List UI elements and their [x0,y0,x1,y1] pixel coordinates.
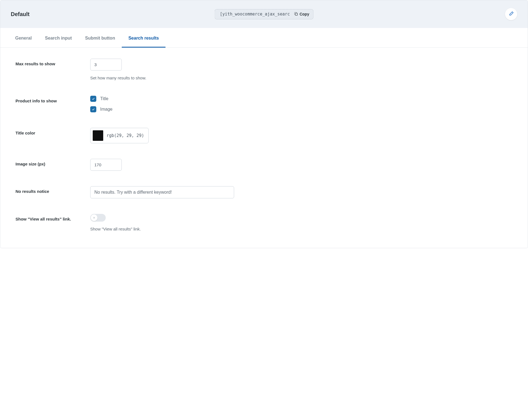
panel-header: Default [yith_woocommerce_ajax_searc Cop… [0,0,528,28]
check-label-image: Image [100,107,112,112]
image-size-input[interactable] [90,159,122,171]
pencil-icon [508,11,514,17]
label-title-color: Title color [15,128,90,135]
max-results-input[interactable] [90,59,122,71]
toggle-knob [91,214,97,221]
copy-button[interactable]: Copy [294,12,309,17]
check-row-image: Image [90,106,513,112]
copy-icon [294,12,298,17]
row-no-results: No results notice [15,186,513,198]
row-max-results: Max results to show Set how many results… [15,59,513,80]
color-field: rgb(29, 29, 29) [90,128,149,143]
settings-panel: Default [yith_woocommerce_ajax_searc Cop… [0,0,528,248]
row-product-info: Product info to show Title Image [15,96,513,112]
label-no-results: No results notice [15,186,90,194]
help-view-all: Show "View all results" link. [90,227,513,231]
checkbox-image[interactable] [90,106,96,112]
check-row-title: Title [90,96,513,102]
tab-search-results[interactable]: Search results [122,30,165,48]
row-title-color: Title color rgb(29, 29, 29) [15,128,513,143]
label-max-results: Max results to show [15,59,90,66]
checkbox-title[interactable] [90,96,96,102]
tab-submit-button[interactable]: Submit button [79,30,122,48]
close-icon [93,216,95,220]
tab-general[interactable]: General [9,30,38,48]
tab-search-input[interactable]: Search input [38,30,79,48]
preset-title: Default [11,11,30,17]
shortcode-text: [yith_woocommerce_ajax_searc [220,12,290,17]
view-all-toggle[interactable] [90,214,106,222]
no-results-input[interactable] [90,186,234,198]
color-swatch[interactable] [93,130,103,141]
copy-label: Copy [299,12,309,16]
row-image-size: Image size (px) [15,159,513,171]
edit-button[interactable] [505,8,517,20]
label-image-size: Image size (px) [15,159,90,166]
tabs: General Search input Submit button Searc… [0,30,528,48]
form-body: Max results to show Set how many results… [0,48,528,248]
help-max-results: Set how many results to show. [90,76,513,80]
check-label-title: Title [100,96,108,101]
label-view-all: Show "View all results" link. [15,214,90,221]
svg-rect-0 [295,13,297,15]
shortcode-box: [yith_woocommerce_ajax_searc Copy [215,9,314,19]
label-product-info: Product info to show [15,96,90,103]
row-view-all: Show "View all results" link. Show "View… [15,214,513,231]
color-value: rgb(29, 29, 29) [107,133,144,138]
